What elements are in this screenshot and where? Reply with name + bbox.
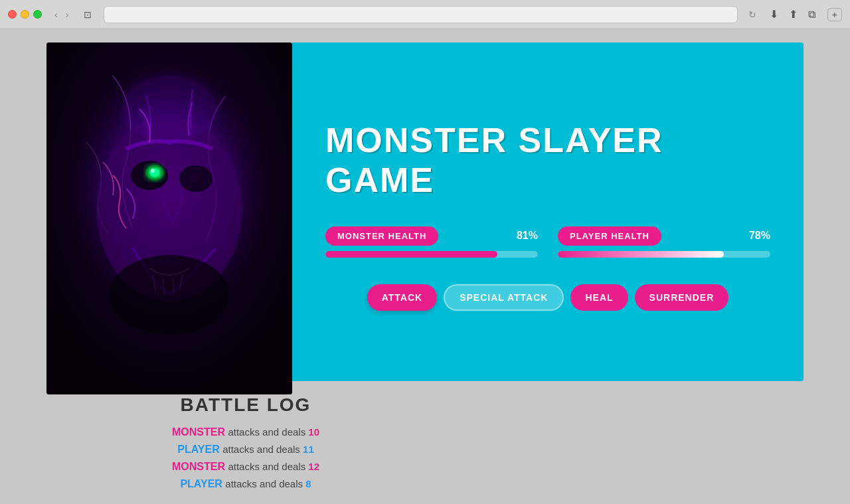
log-player-label: PLAYER — [177, 444, 222, 455]
monster-health-label-row: MONSTER HEALTH 81% — [325, 226, 538, 246]
minimize-button[interactable] — [21, 10, 29, 19]
forward-button[interactable]: › — [62, 8, 72, 21]
nav-arrows: ‹ › — [51, 8, 72, 21]
log-damage-value: 8 — [305, 478, 311, 489]
log-monster-label: MONSTER — [172, 426, 228, 438]
surrender-button[interactable]: SURRENDER — [635, 284, 729, 311]
address-bar[interactable] — [104, 6, 737, 23]
tab-view-button[interactable]: ⊡ — [78, 8, 97, 21]
battle-log-section: BATTLE LOG MONSTER attacks and deals 10P… — [46, 394, 445, 490]
heal-button[interactable]: HEAL — [570, 284, 628, 311]
player-health-label: PLAYER HEALTH — [558, 226, 661, 246]
log-monster-label: MONSTER — [172, 461, 228, 472]
monster-health-pct: 81% — [517, 230, 538, 242]
log-entry: MONSTER attacks and deals 12 — [46, 461, 445, 473]
close-button[interactable] — [8, 10, 17, 19]
share-icon[interactable]: ⬆ — [786, 7, 800, 22]
player-health-fill — [558, 251, 724, 258]
battle-log-title: BATTLE LOG — [46, 394, 445, 416]
back-button[interactable]: ‹ — [51, 8, 61, 21]
game-panel: MONSTER SLAYER GAME MONSTER HEALTH 81% — [292, 42, 804, 381]
add-tab-button[interactable]: + — [827, 8, 842, 21]
svg-point-9 — [110, 255, 229, 335]
monster-health-label: MONSTER HEALTH — [325, 226, 438, 246]
page-content: MONSTER SLAYER GAME MONSTER HEALTH 81% — [0, 29, 850, 504]
svg-point-8 — [189, 173, 199, 182]
monster-health-track — [325, 251, 538, 258]
browser-chrome: ‹ › ⊡ ↻ ⬇ ⬆ ⧉ + — [0, 0, 850, 29]
log-damage-value: 10 — [308, 426, 319, 438]
game-container: MONSTER SLAYER GAME MONSTER HEALTH 81% — [46, 42, 804, 495]
log-player-label: PLAYER — [180, 478, 225, 489]
special-attack-button[interactable]: SPECIAL ATTACK — [444, 284, 564, 311]
game-title: MONSTER SLAYER GAME — [325, 120, 770, 200]
monster-health-fill — [325, 251, 497, 258]
player-health-group: PLAYER HEALTH 78% — [558, 226, 770, 258]
reload-button[interactable]: ↻ — [744, 9, 760, 20]
svg-point-10 — [123, 76, 216, 142]
download-icon[interactable]: ⬇ — [767, 7, 781, 22]
toolbar-right: ⬇ ⬆ ⧉ — [767, 7, 818, 22]
svg-point-6 — [151, 169, 155, 173]
log-damage-value: 12 — [308, 461, 319, 472]
log-entry: MONSTER attacks and deals 10 — [46, 426, 445, 438]
monster-image — [46, 42, 292, 394]
log-damage-value: 11 — [303, 444, 314, 455]
fullscreen-button[interactable] — [33, 10, 42, 19]
log-entry: PLAYER attacks and deals 8 — [46, 478, 445, 490]
player-health-track — [558, 251, 770, 258]
log-entry: PLAYER attacks and deals 11 — [46, 444, 445, 456]
player-health-pct: 78% — [749, 230, 770, 242]
monster-svg — [46, 42, 292, 394]
monster-health-group: MONSTER HEALTH 81% — [325, 226, 538, 258]
attack-button[interactable]: ATTACK — [367, 284, 437, 311]
split-view-icon[interactable]: ⧉ — [806, 7, 818, 22]
player-health-label-row: PLAYER HEALTH 78% — [558, 226, 770, 246]
traffic-lights — [8, 10, 42, 19]
top-section: MONSTER SLAYER GAME MONSTER HEALTH 81% — [46, 42, 804, 381]
battle-log-entries: MONSTER attacks and deals 10PLAYER attac… — [46, 426, 445, 490]
action-buttons: ATTACK SPECIAL ATTACK HEAL SURRENDER — [325, 284, 770, 311]
health-section: MONSTER HEALTH 81% PLAYER HEALTH 78% — [325, 226, 770, 258]
